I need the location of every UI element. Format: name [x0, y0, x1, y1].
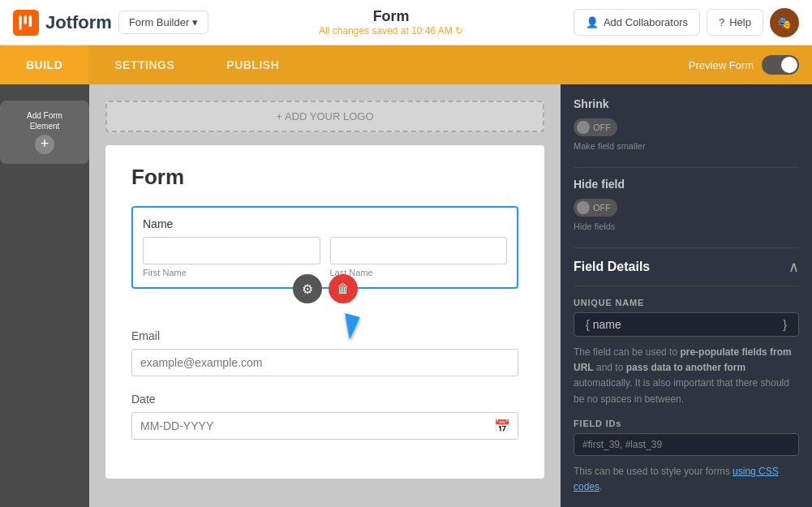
unique-name-label: UNIQUE NAME: [574, 298, 799, 307]
jotform-logo-icon: [13, 10, 39, 36]
help-button[interactable]: ? Help: [707, 9, 763, 36]
hide-off-label: OFF: [593, 203, 611, 213]
unique-name-value: name: [593, 318, 780, 331]
date-input-wrap: 📅: [131, 412, 518, 440]
panel-divider-2: [574, 247, 799, 248]
tab-bar: BUILD SETTINGS PUBLISH Preview Form: [0, 45, 812, 84]
add-form-element-label: Add Form Element: [13, 110, 76, 131]
panel-divider-1: [574, 167, 799, 168]
date-field-label: Date: [131, 393, 518, 406]
last-name-input[interactable]: [330, 237, 508, 264]
svg-rect-1: [19, 15, 22, 30]
shrink-toggle[interactable]: OFF: [574, 118, 617, 136]
field-actions: ⚙ 🗑: [293, 274, 358, 303]
field-ids-value: #first_39, #last_39: [574, 433, 799, 456]
field-details-header: Field Details ∧: [574, 258, 799, 286]
email-field-label: Email: [131, 329, 518, 342]
toggle-slider: [762, 55, 799, 75]
name-field-label: Name: [143, 217, 507, 230]
gear-settings-button[interactable]: ⚙: [293, 274, 322, 303]
saved-status: All changes saved at 10:46 AM ↻: [319, 25, 463, 37]
shrink-section: Shrink OFF Make field smaller: [574, 97, 799, 151]
add-form-element-button[interactable]: Add Form Element +: [0, 101, 89, 164]
shrink-off-label: OFF: [593, 122, 611, 132]
calendar-icon: 📅: [494, 419, 510, 434]
avatar[interactable]: 🎭: [770, 8, 799, 37]
form-builder-label: Form Builder: [129, 16, 189, 28]
chevron-up-icon[interactable]: ∧: [788, 258, 799, 276]
trash-icon: 🗑: [337, 281, 350, 296]
add-collaborators-button[interactable]: 👤 Add Collaborators: [574, 9, 700, 36]
form-name: Form: [319, 8, 463, 25]
email-input[interactable]: [131, 349, 518, 376]
hide-field-title: Hide field: [574, 178, 799, 191]
date-input[interactable]: [131, 412, 518, 440]
shrink-toggle-row: OFF: [574, 118, 799, 136]
tab-publish[interactable]: PUBLISH: [200, 45, 305, 84]
form-builder-button[interactable]: Form Builder ▾: [118, 11, 208, 34]
header-right: 👤 Add Collaborators ? Help 🎭: [574, 8, 799, 37]
email-field-block: Email: [131, 329, 518, 376]
right-panel: Shrink OFF Make field smaller Hide field…: [561, 84, 812, 507]
left-sidebar: Add Form Element +: [0, 84, 89, 507]
form-card-title: Form: [131, 165, 518, 190]
field-ids-label: FIELD IDs: [574, 419, 799, 428]
name-field-block[interactable]: Name First Name Last Name ⚙: [131, 206, 518, 289]
first-name-col: First Name: [143, 237, 320, 277]
tab-settings[interactable]: SETTINGS: [88, 45, 200, 84]
chevron-down-icon: ▾: [192, 16, 198, 28]
form-card: Form Name First Name Last Name: [105, 145, 544, 479]
preview-label: Preview Form: [689, 59, 754, 71]
user-plus-icon: 👤: [586, 16, 599, 28]
sync-icon: ↻: [455, 25, 463, 37]
svg-rect-2: [24, 15, 27, 24]
delete-field-button[interactable]: 🗑: [329, 274, 358, 303]
field-details-title: Field Details: [574, 260, 650, 274]
hide-toggle-knob: [577, 201, 590, 214]
help-icon: ?: [719, 16, 724, 28]
svg-rect-3: [29, 15, 32, 27]
hide-toggle-row: OFF: [574, 199, 799, 217]
logo-area: Jotform Form Builder ▾: [13, 10, 208, 36]
css-hint: This can be used to style your forms usi…: [574, 464, 799, 495]
date-field-block: Date 📅: [131, 393, 518, 440]
add-logo-banner[interactable]: + ADD YOUR LOGO: [105, 101, 544, 132]
first-name-input[interactable]: [143, 237, 320, 264]
unique-name-input[interactable]: { name }: [574, 312, 799, 337]
hide-toggle[interactable]: OFF: [574, 199, 617, 217]
shrink-title: Shrink: [574, 97, 799, 110]
field-ids-section: FIELD IDs #first_39, #last_39 This can b…: [574, 419, 799, 495]
name-fields: First Name Last Name: [143, 237, 507, 277]
hide-field-section: Hide field OFF Hide fields: [574, 178, 799, 231]
last-name-col: Last Name: [330, 237, 508, 277]
css-link[interactable]: using CSS codes: [574, 466, 779, 492]
unique-name-description: The field can be used to pre-populate fi…: [574, 345, 799, 407]
form-canvas: + ADD YOUR LOGO Form Name First Name Las…: [89, 84, 561, 507]
preview-toggle-area: Preview Form: [689, 55, 812, 75]
tab-build[interactable]: BUILD: [0, 45, 88, 84]
cursor-pointer-icon: [338, 313, 359, 341]
close-brace: }: [783, 318, 787, 331]
toggle-knob: [577, 121, 590, 134]
hide-hint: Hide fields: [574, 221, 799, 231]
main-layout: Add Form Element + + ADD YOUR LOGO Form …: [0, 84, 812, 507]
shrink-hint: Make field smaller: [574, 141, 799, 151]
open-brace: {: [586, 318, 590, 331]
top-header: Jotform Form Builder ▾ Form All changes …: [0, 0, 812, 45]
gear-icon: ⚙: [302, 281, 313, 297]
logo-text: Jotform: [45, 12, 112, 33]
form-title-center: Form All changes saved at 10:46 AM ↻: [319, 8, 463, 37]
plus-icon: +: [35, 135, 54, 154]
preview-toggle-switch[interactable]: [762, 55, 799, 75]
